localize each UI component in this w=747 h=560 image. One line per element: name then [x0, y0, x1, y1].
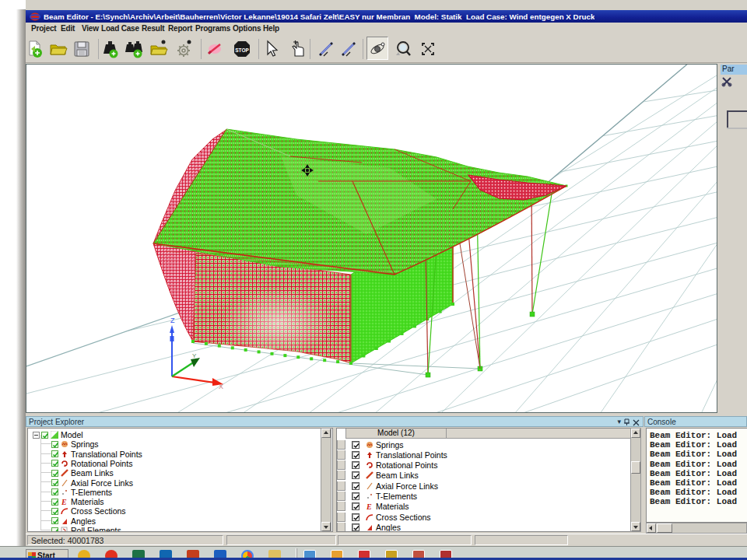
svg-text:Z: Z: [170, 317, 175, 324]
svg-text:X: X: [219, 383, 223, 390]
svg-text:STOP: STOP: [235, 47, 249, 53]
svg-text:Y: Y: [192, 352, 197, 359]
svg-text:E: E: [366, 502, 372, 510]
svg-text:E: E: [61, 498, 67, 506]
